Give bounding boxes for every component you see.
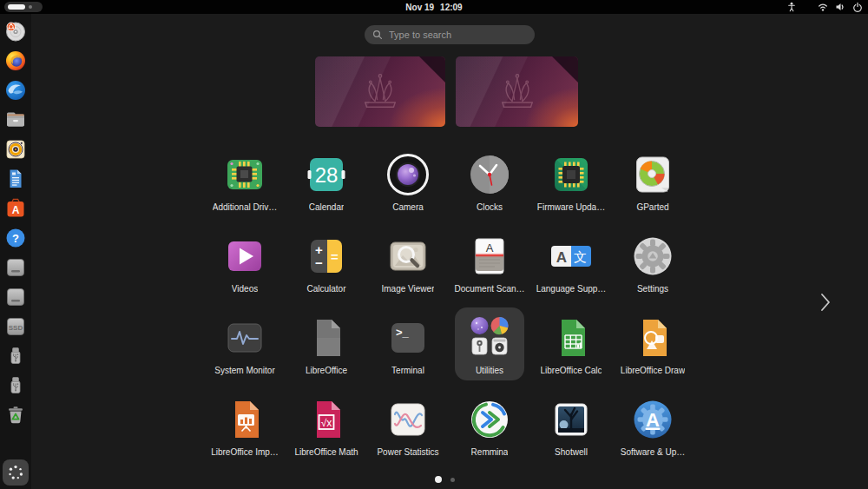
- app-calculator[interactable]: +−= Calculator: [286, 229, 367, 311]
- shotwell-icon: [549, 397, 594, 442]
- dock-item-thunderbird[interactable]: [3, 78, 28, 102]
- hard-drive-icon: [4, 256, 27, 279]
- app-libreoffice-calc[interactable]: LibreOffice Calc: [530, 311, 612, 393]
- trash-icon: [4, 404, 27, 426]
- app-libreoffice-math[interactable]: √x LibreOffice Math: [286, 393, 367, 474]
- camera-icon: [385, 152, 431, 197]
- status-area: [786, 0, 863, 14]
- app-remmina[interactable]: Remmina: [449, 393, 530, 474]
- app-label: Settings: [637, 284, 668, 294]
- app-calendar[interactable]: 28 Calendar: [286, 148, 367, 229]
- app-videos[interactable]: Videos: [204, 229, 286, 311]
- app-clocks[interactable]: Clocks: [449, 148, 530, 229]
- dock-item-files[interactable]: [3, 108, 28, 132]
- app-label: Utilities: [476, 366, 503, 375]
- app-document-scanner[interactable]: A Document Scan…: [449, 229, 530, 311]
- app-label: GParted: [636, 202, 668, 212]
- wallpaper-crown-emblem: [480, 68, 555, 116]
- calendar-icon: 28: [304, 152, 349, 197]
- top-panel: Nov 19 12:09: [0, 0, 868, 14]
- language-support-icon: A文: [549, 234, 594, 279]
- svg-text:√x: √x: [321, 417, 332, 429]
- dock-item-ssd-drive[interactable]: SSD: [3, 314, 28, 339]
- dock-item-rhythmbox[interactable]: [3, 137, 28, 162]
- dock-item-hard-drive-1[interactable]: [3, 255, 28, 280]
- app-label: LibreOffice Math: [294, 447, 358, 457]
- workspace-active-pill: [8, 4, 25, 10]
- accessibility-icon[interactable]: [786, 2, 797, 12]
- app-libreoffice[interactable]: LibreOffice: [286, 311, 367, 393]
- gparted-icon: [630, 152, 675, 197]
- app-firmware-updater[interactable]: Firmware Upda…: [530, 148, 612, 229]
- dock: A ? SSD: [0, 14, 31, 489]
- rhythmbox-icon: [4, 138, 27, 161]
- dock-item-app-center[interactable]: A: [3, 196, 28, 221]
- dock-item-trash[interactable]: [3, 403, 28, 427]
- clock-menu[interactable]: Nov 19 12:09: [405, 0, 462, 14]
- dock-item-help[interactable]: ?: [3, 226, 28, 250]
- app-label: Shotwell: [555, 447, 588, 457]
- utilities-folder-icon: [467, 315, 512, 360]
- dock-item-hard-drive-2[interactable]: [3, 285, 28, 309]
- dock-item-libreoffice-writer[interactable]: [3, 167, 28, 191]
- app-system-monitor[interactable]: System Monitor: [204, 311, 286, 393]
- app-settings[interactable]: Settings: [612, 229, 694, 311]
- calculator-icon: +−=: [304, 234, 349, 279]
- clocks-icon: [467, 152, 512, 197]
- libreoffice-writer-icon: [4, 168, 27, 190]
- app-terminal[interactable]: >_ Terminal: [367, 311, 449, 393]
- dock-item-install-ubuntu[interactable]: [3, 19, 28, 43]
- app-libreoffice-impress[interactable]: LibreOffice Imp…: [204, 393, 286, 474]
- app-label: Document Scan…: [454, 284, 524, 294]
- app-software-updater[interactable]: A Software & Up…: [612, 393, 694, 474]
- show-apps-button[interactable]: [3, 459, 29, 486]
- app-language-support[interactable]: A文 Language Supp…: [530, 229, 612, 311]
- workspace-thumbnail-2[interactable]: [456, 56, 578, 127]
- app-additional-drivers[interactable]: Additional Driv…: [204, 148, 286, 229]
- search-input[interactable]: [365, 25, 535, 44]
- app-shotwell[interactable]: Shotwell: [530, 393, 612, 474]
- page-dot-2[interactable]: [450, 478, 455, 482]
- system-monitor-icon: [222, 315, 267, 360]
- image-viewer-icon: [385, 234, 431, 279]
- help-icon: ?: [4, 227, 27, 249]
- wallpaper-crown-emblem: [343, 68, 418, 116]
- power-icon[interactable]: [852, 2, 863, 12]
- ssd-drive-icon: SSD: [4, 315, 27, 338]
- app-label: LibreOffice: [306, 366, 347, 375]
- software-updater-icon: A: [630, 397, 675, 442]
- dock-item-firefox[interactable]: [3, 49, 28, 73]
- show-apps-icon: [5, 462, 26, 483]
- chevron-right-icon: [819, 292, 832, 313]
- svg-text:SSD: SSD: [9, 324, 23, 332]
- usb-drive-icon: [4, 345, 27, 367]
- app-gparted[interactable]: GParted: [612, 148, 694, 229]
- volume-icon[interactable]: [835, 2, 845, 12]
- app-folder-utilities[interactable]: Utilities: [449, 311, 530, 393]
- app-label: Remmina: [471, 447, 509, 457]
- next-page-button[interactable]: [819, 292, 832, 313]
- app-label: Firmware Upda…: [537, 202, 605, 212]
- settings-icon: [630, 234, 675, 279]
- workspace-thumbnail-1[interactable]: [315, 56, 445, 127]
- wifi-icon[interactable]: [818, 2, 828, 12]
- remmina-icon: [467, 397, 512, 442]
- app-camera[interactable]: Camera: [367, 148, 449, 229]
- app-label: LibreOffice Draw: [621, 366, 685, 375]
- app-label: Terminal: [391, 366, 424, 375]
- workspace-indicator[interactable]: [4, 2, 43, 12]
- app-label: Power Statistics: [377, 447, 438, 457]
- dock-item-usb-drive-2[interactable]: [3, 373, 28, 398]
- app-power-statistics[interactable]: Power Statistics: [367, 393, 449, 474]
- page-dot-1[interactable]: [435, 476, 442, 483]
- dock-item-usb-drive-1[interactable]: [3, 344, 28, 368]
- usb-drive-icon: [4, 374, 27, 397]
- svg-text:=: =: [331, 249, 339, 264]
- panel-date: Nov 19: [405, 3, 434, 12]
- videos-icon: [222, 234, 267, 279]
- app-libreoffice-draw[interactable]: LibreOffice Draw: [612, 311, 694, 393]
- app-image-viewer[interactable]: Image Viewer: [367, 229, 449, 311]
- additional-drivers-icon: [222, 152, 267, 197]
- svg-text:?: ?: [12, 232, 19, 245]
- hard-drive-icon: [4, 286, 27, 308]
